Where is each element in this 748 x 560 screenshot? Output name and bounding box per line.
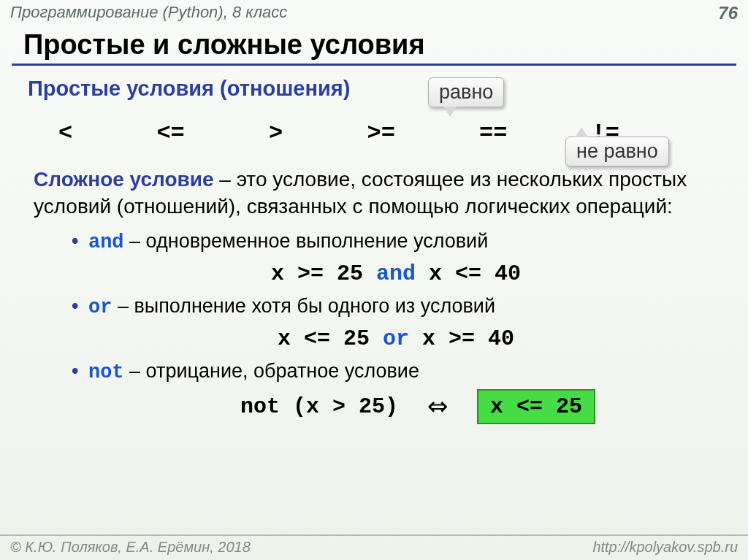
bullet-icon: • xyxy=(72,360,83,382)
title-underline xyxy=(12,64,736,66)
code-not-post: (x > 25) xyxy=(280,394,398,419)
not-text: – отрицание, обратное условие xyxy=(124,360,419,382)
equiv-arrow-icon: ⇔ xyxy=(427,390,448,423)
course-label: Программирование (Python), 8 класс xyxy=(10,3,287,22)
code-not-line: not (x > 25) ⇔ x <= 25 xyxy=(72,386,720,425)
callout-equal: равно xyxy=(428,77,504,107)
code-and-post: x <= 40 xyxy=(416,261,521,286)
bullet-not: • not – отрицание, обратное условие xyxy=(72,358,720,386)
keyword-or: or xyxy=(88,296,112,318)
keyword-not: not xyxy=(88,361,124,383)
callout-pointer-icon xyxy=(575,127,588,137)
keyword-and: and xyxy=(88,231,124,253)
definition-text: Сложное условие – это условие, состоящее… xyxy=(28,166,720,220)
code-or: x <= 25 or x >= 40 xyxy=(72,321,720,356)
code-or-kw: or xyxy=(383,326,409,351)
code-and-pre: x >= 25 xyxy=(271,261,376,286)
slide-footer: © К.Ю. Поляков, Е.А. Ерёмин, 2018 http:/… xyxy=(0,534,748,560)
code-not: not (x > 25) xyxy=(240,392,398,422)
op-gt: > xyxy=(269,120,283,147)
code-and-kw: and xyxy=(376,261,416,286)
footer-url: http://kpolyakov.spb.ru xyxy=(592,539,738,556)
equiv-box: x <= 25 xyxy=(477,389,595,425)
content-area: Простые условия (отношения) < <= > >= ==… xyxy=(0,74,748,424)
bullet-icon: • xyxy=(72,295,83,317)
slide-header: Программирование (Python), 8 класс 76 xyxy=(0,0,748,23)
op-eq: == xyxy=(479,120,507,147)
section-heading: Простые условия (отношения) xyxy=(28,74,350,103)
code-or-pre: x <= 25 xyxy=(278,326,383,351)
op-lt: < xyxy=(58,120,72,147)
or-text: – выполнение хотя бы одного из условий xyxy=(112,295,495,317)
and-text: – одновременное выполнение условий xyxy=(124,230,489,252)
bullet-or: • or – выполнение хотя бы одного из усло… xyxy=(72,293,720,321)
callout-notequal-text: не равно xyxy=(576,140,658,162)
slide-title: Простые и сложные условия xyxy=(0,23,748,64)
code-and: x >= 25 and x <= 40 xyxy=(72,256,720,291)
callout-equal-text: равно xyxy=(439,81,493,103)
op-ge: >= xyxy=(367,120,394,147)
callout-notequal: не равно xyxy=(565,137,669,166)
copyright: © К.Ю. Поляков, Е.А. Ерёмин, 2018 xyxy=(10,539,251,556)
definition-term: Сложное условие xyxy=(34,168,214,191)
bullet-icon: • xyxy=(72,230,83,252)
code-not-kw: not xyxy=(240,394,280,419)
callout-pointer-icon xyxy=(443,107,457,117)
bullet-and: • and – одновременное выполнение условий xyxy=(72,228,720,256)
op-le: <= xyxy=(156,120,184,147)
bullet-list: • and – одновременное выполнение условий… xyxy=(28,220,720,424)
code-or-post: x >= 40 xyxy=(409,326,514,351)
page-number: 76 xyxy=(718,3,738,23)
